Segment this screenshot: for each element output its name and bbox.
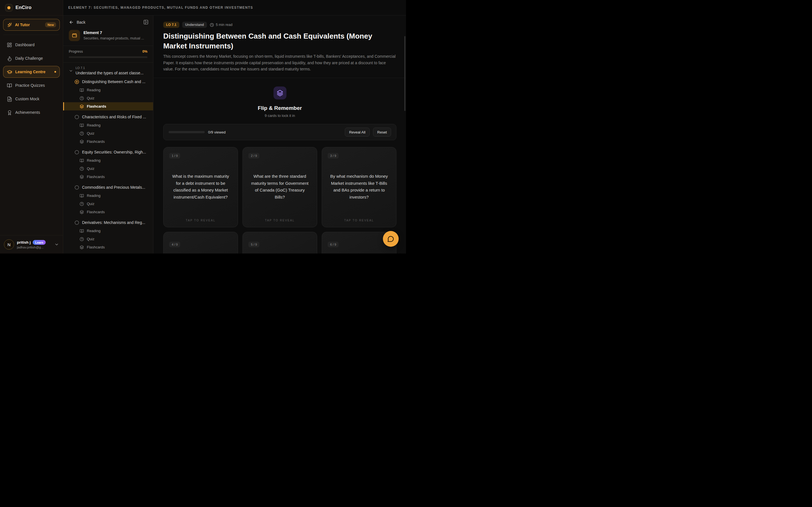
- arrow-left-icon: [69, 20, 74, 25]
- lesson-sub-quiz[interactable]: Quiz: [63, 200, 153, 208]
- help-circle-icon: [80, 237, 84, 241]
- flashcard-1[interactable]: 1 / 9 What is the maximum maturity for a…: [163, 147, 238, 227]
- card-counter-badge: 5 / 9: [248, 242, 259, 247]
- back-button[interactable]: Back: [69, 20, 143, 25]
- dashboard-icon: [7, 42, 12, 48]
- concept-header: LO 7.1 Understand 5 min read Distinguish…: [154, 15, 406, 78]
- lesson-sub-reading[interactable]: Reading: [63, 121, 153, 129]
- progress-block: Progress 0%: [63, 46, 153, 62]
- active-indicator-dot: [54, 71, 56, 73]
- lesson-row[interactable]: Equity Securities: Ownership, Righ...: [63, 148, 153, 156]
- help-circle-icon: [80, 131, 84, 136]
- chevron-down-icon: [54, 242, 59, 247]
- flashcard-2[interactable]: 2 / 9 What are the three standard maturi…: [243, 147, 317, 227]
- lesson-sub-quiz[interactable]: Quiz: [63, 165, 153, 173]
- collapse-panel-button[interactable]: [143, 19, 149, 25]
- card-counter-badge: 6 / 9: [327, 242, 339, 247]
- chat-fab-button[interactable]: [383, 231, 399, 247]
- book-open-icon: [80, 229, 84, 233]
- play-circle-icon: [74, 79, 79, 84]
- help-circle-icon: [80, 96, 84, 101]
- sidebar-item-achievements[interactable]: Achievements: [3, 107, 60, 118]
- chat-bubble-icon: [387, 235, 395, 242]
- scrollbar-thumb[interactable]: [404, 36, 405, 111]
- lesson-row[interactable]: Commodities and Precious Metals...: [63, 183, 153, 191]
- user-email: jadhav.pritish@g...: [17, 245, 52, 249]
- lo-section-toggle[interactable]: LO 7.1 Understand the types of asset cla…: [63, 66, 153, 75]
- page-description: This concept covers the Money Market, fo…: [163, 53, 396, 72]
- layers-icon: [80, 210, 84, 214]
- lo-code: LO 7.1: [75, 66, 144, 69]
- lesson-sub-reading[interactable]: Reading: [63, 86, 153, 94]
- ai-tutor-label: AI Tutor: [15, 22, 42, 27]
- element-card[interactable]: Element 7 Securities, managed products, …: [63, 28, 153, 46]
- sparkles-icon: [7, 22, 12, 27]
- progress-bar: [69, 56, 147, 58]
- flashcards-grid: 1 / 9 What is the maximum maturity for a…: [163, 147, 396, 253]
- lesson-sub-quiz[interactable]: Quiz: [63, 94, 153, 102]
- divider: [3, 35, 59, 35]
- lesson-sub-quiz[interactable]: Quiz: [63, 129, 153, 137]
- new-badge: New: [45, 22, 56, 27]
- element-title: Element 7: [84, 31, 144, 35]
- level-badge: Understand: [182, 22, 207, 28]
- reveal-all-button[interactable]: Reveal All: [345, 128, 370, 136]
- circle-icon: [74, 220, 79, 225]
- lesson-sub-flashcards-active[interactable]: Flashcards: [63, 102, 153, 110]
- lesson-row[interactable]: Distinguishing Between Cash and ...: [63, 77, 153, 86]
- sidebar-item-label: Practice Quizzes: [15, 83, 45, 88]
- sidebar-item-label: Dashboard: [15, 43, 35, 47]
- progress-value: 0%: [142, 50, 147, 54]
- layers-icon: [80, 139, 84, 144]
- lesson-sub-quiz[interactable]: Quiz: [63, 235, 153, 243]
- lo-badge: LO 7.1: [163, 22, 179, 28]
- lesson-sub-flashcards[interactable]: Flashcards: [63, 208, 153, 216]
- brand-name: EnCiro: [15, 5, 32, 10]
- sidebar-item-label: Achievements: [15, 110, 40, 115]
- help-circle-icon: [80, 166, 84, 171]
- sidebar-item-practice-quizzes[interactable]: Practice Quizzes: [3, 79, 60, 91]
- sidebar-item-custom-mock[interactable]: Custom Mock: [3, 93, 60, 105]
- card-counter-badge: 2 / 9: [248, 153, 259, 159]
- flashcards-subheading: 9 cards to lock it in: [265, 114, 295, 118]
- file-text-icon: [7, 96, 12, 102]
- lesson-row[interactable]: Characteristics and Risks of Fixed ...: [63, 113, 153, 121]
- circle-icon: [74, 115, 79, 119]
- clock-icon: [210, 23, 214, 27]
- layers-icon: [80, 175, 84, 179]
- lesson-sub-flashcards[interactable]: Flashcards: [63, 137, 153, 146]
- card-counter-badge: 4 / 9: [169, 242, 180, 247]
- lesson-row[interactable]: Derivatives: Mechanisms and Reg...: [63, 218, 153, 227]
- book-open-icon: [7, 83, 12, 88]
- tap-to-reveal-label: TAP TO REVEAL: [163, 219, 238, 222]
- sidebar-nav: Dashboard Daily Challenge Learning Centr…: [0, 38, 63, 119]
- flashcard-4[interactable]: 4 / 9: [163, 232, 238, 253]
- graduation-cap-icon: [7, 69, 12, 75]
- book-open-icon: [80, 123, 84, 128]
- plan-badge: Learn: [33, 240, 46, 245]
- sidebar: EnCiro AI Tutor New Dashboard Daily Chal…: [0, 0, 63, 253]
- flashcard-5[interactable]: 5 / 9: [243, 232, 317, 253]
- lesson-sub-reading[interactable]: Reading: [63, 191, 153, 200]
- flashcard-3[interactable]: 3 / 9 By what mechanism do Money Market …: [322, 147, 396, 227]
- reset-button[interactable]: Reset: [373, 128, 391, 136]
- user-menu[interactable]: N pritish j Learn jadhav.pritish@g...: [0, 235, 63, 253]
- avatar: N: [4, 239, 14, 249]
- page-title: Distinguishing Between Cash and Cash Equ…: [163, 31, 396, 51]
- sidebar-item-label: Learning Centre: [15, 69, 45, 74]
- ai-tutor-button[interactable]: AI Tutor New: [3, 19, 60, 31]
- lesson-sub-flashcards[interactable]: Flashcards: [63, 173, 153, 181]
- lesson-sub-reading[interactable]: Reading: [63, 227, 153, 235]
- card-question: By what mechanism do Money Market instru…: [330, 173, 388, 201]
- help-circle-icon: [80, 202, 84, 206]
- sidebar-item-learning-centre[interactable]: Learning Centre: [3, 66, 60, 78]
- sidebar-item-daily-challenge[interactable]: Daily Challenge: [3, 52, 60, 64]
- lesson-sub-reading[interactable]: Reading: [63, 156, 153, 165]
- sidebar-item-dashboard[interactable]: Dashboard: [3, 39, 60, 51]
- layers-icon: [80, 245, 84, 249]
- lesson-sub-flashcards[interactable]: Flashcards: [63, 243, 153, 251]
- circle-icon: [74, 150, 79, 155]
- app-window: EnCiro AI Tutor New Dashboard Daily Chal…: [0, 0, 406, 253]
- sidebar-item-label: Custom Mock: [15, 97, 40, 101]
- circle-icon: [74, 185, 79, 190]
